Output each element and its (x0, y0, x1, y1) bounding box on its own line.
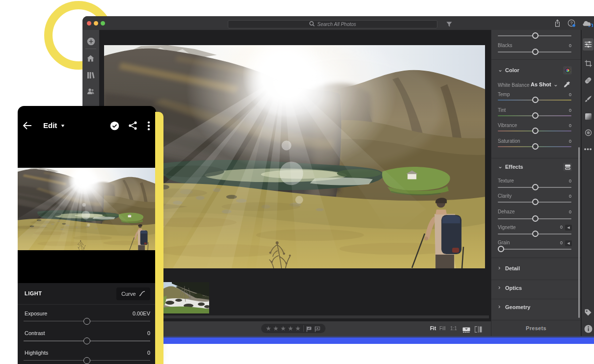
svg-text:?: ? (570, 21, 572, 26)
